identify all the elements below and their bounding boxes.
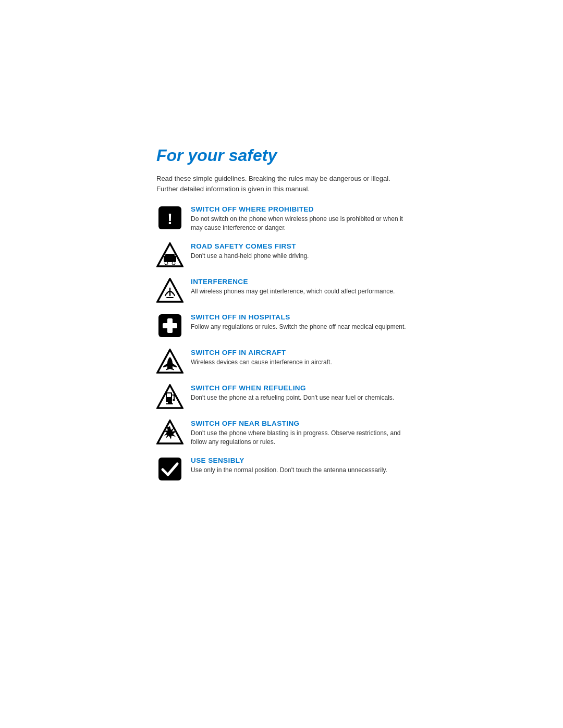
svg-point-6 — [172, 262, 175, 265]
interference-text: INTERFERENCE All wireless phones may get… — [191, 277, 407, 296]
list-item: SWITCH OFF WHEN REFUELING Don't use the … — [156, 383, 407, 410]
use-sensibly-icon — [156, 455, 183, 483]
hospitals-icon — [156, 312, 183, 339]
aircraft-text: SWITCH OFF IN AIRCRAFT Wireless devices … — [191, 348, 407, 367]
switch-off-prohibited-icon: ! — [156, 204, 183, 231]
svg-rect-20 — [174, 394, 175, 400]
interference-icon — [156, 277, 183, 304]
intro-text: Read these simple guidelines. Breaking t… — [156, 174, 407, 194]
aircraft-desc: Wireless devices can cause interference … — [191, 358, 407, 367]
hospitals-desc: Follow any regulations or rules. Switch … — [191, 323, 407, 331]
refueling-title: SWITCH OFF WHEN REFUELING — [191, 384, 407, 392]
svg-rect-12 — [163, 323, 177, 328]
hospitals-text: SWITCH OFF IN HOSPITALS Follow any regul… — [191, 312, 407, 331]
interference-desc: All wireless phones may get interference… — [191, 287, 407, 296]
blasting-desc: Don't use the phone where blasting is in… — [191, 429, 407, 447]
hospitals-title: SWITCH OFF IN HOSPITALS — [191, 313, 407, 321]
list-item: ! SWITCH OFF WHERE PROHIBITED Do not swi… — [156, 204, 407, 233]
road-safety-text: ROAD SAFETY COMES FIRST Don't use a hand… — [191, 241, 407, 261]
refueling-text: SWITCH OFF WHEN REFUELING Don't use the … — [191, 383, 407, 402]
blasting-icon — [156, 418, 183, 446]
switch-off-prohibited-text: SWITCH OFF WHERE PROHIBITED Do not switc… — [191, 204, 407, 233]
svg-rect-4 — [165, 254, 175, 258]
svg-rect-17 — [168, 402, 172, 403]
svg-rect-18 — [166, 403, 173, 404]
road-safety-desc: Don't use a hand-held phone while drivin… — [191, 252, 407, 261]
blasting-text: SWITCH OFF NEAR BLASTING Don't use the p… — [191, 418, 407, 447]
blasting-title: SWITCH OFF NEAR BLASTING — [191, 419, 407, 427]
list-item: SWITCH OFF IN AIRCRAFT Wireless devices … — [156, 348, 407, 375]
svg-rect-16 — [167, 393, 171, 397]
list-item: ROAD SAFETY COMES FIRST Don't use a hand… — [156, 241, 407, 268]
aircraft-icon — [156, 348, 183, 375]
refueling-desc: Don't use the phone at a refueling point… — [191, 393, 407, 402]
aircraft-title: SWITCH OFF IN AIRCRAFT — [191, 349, 407, 356]
list-item: SWITCH OFF IN HOSPITALS Follow any regul… — [156, 312, 407, 339]
list-item: INTERFERENCE All wireless phones may get… — [156, 277, 407, 304]
svg-rect-21 — [173, 399, 175, 401]
svg-text:!: ! — [167, 210, 173, 227]
switch-off-prohibited-desc: Do not switch on the phone when wireless… — [191, 215, 407, 233]
road-safety-icon — [156, 241, 183, 268]
page-title: For your safety — [156, 146, 407, 165]
use-sensibly-title: USE SENSIBLY — [191, 456, 407, 464]
switch-off-prohibited-title: SWITCH OFF WHERE PROHIBITED — [191, 205, 407, 213]
use-sensibly-text: USE SENSIBLY Use only in the normal posi… — [191, 455, 407, 475]
svg-point-5 — [165, 262, 168, 265]
interference-title: INTERFERENCE — [191, 278, 407, 286]
refueling-icon — [156, 383, 183, 410]
use-sensibly-desc: Use only in the normal position. Don't t… — [191, 466, 407, 475]
road-safety-title: ROAD SAFETY COMES FIRST — [191, 242, 407, 250]
list-item: SWITCH OFF NEAR BLASTING Don't use the p… — [156, 418, 407, 447]
page-content: For your safety Read these simple guidel… — [156, 146, 407, 491]
safety-items-list: ! SWITCH OFF WHERE PROHIBITED Do not swi… — [156, 204, 407, 491]
list-item: USE SENSIBLY Use only in the normal posi… — [156, 455, 407, 483]
